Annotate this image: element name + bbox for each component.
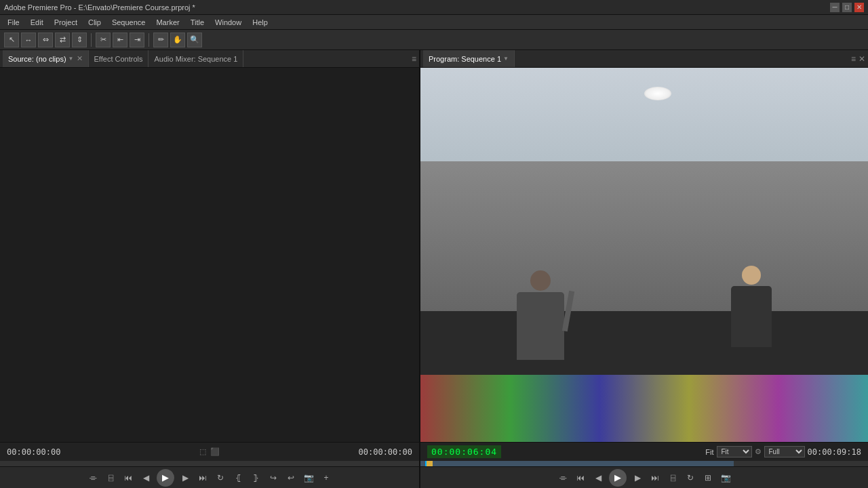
source-go-out[interactable]: ⌸ bbox=[104, 471, 117, 485]
light-fixture bbox=[644, 87, 671, 100]
source-next-edit[interactable]: ⏭ bbox=[196, 471, 210, 485]
toolbar: ↖ ↔ ⇔ ⇄ ⇕ ✂ ⇤ ⇥ ✏ ✋ 🔍 bbox=[0, 30, 868, 50]
source-prev-edit[interactable]: ⏮ bbox=[121, 471, 135, 485]
minimize-button[interactable]: ─ bbox=[830, 3, 840, 12]
source-overwrite[interactable]: ↩ bbox=[284, 471, 298, 485]
prog-prev-edit[interactable]: ⏮ bbox=[574, 471, 587, 485]
menu-file[interactable]: File bbox=[3, 17, 24, 28]
fit-dropdown[interactable]: Fit25%50%100% bbox=[717, 446, 752, 458]
source-timecode-in: 00:00:00:00 bbox=[7, 447, 60, 457]
settings-icon[interactable]: ⚙ bbox=[755, 447, 762, 456]
menu-clip[interactable]: Clip bbox=[83, 17, 106, 28]
source-step-fwd[interactable]: ▶ bbox=[178, 471, 192, 485]
source-dropdown-arrow[interactable]: ▼ bbox=[68, 56, 74, 62]
fg-bags bbox=[420, 375, 868, 442]
tab-source-label: Source: (no clips) bbox=[8, 55, 66, 63]
right-panel: Program: Sequence 1 ▼ ≡ ✕ bbox=[420, 50, 868, 488]
source-timebar: 00:00:00:00 ⬚ ⬛ 00:00:00:00 bbox=[0, 442, 419, 461]
prog-loop[interactable]: ↻ bbox=[684, 471, 697, 485]
tab-program[interactable]: Program: Sequence 1 ▼ bbox=[423, 50, 515, 67]
source-go-in[interactable]: ⌯ bbox=[86, 471, 100, 485]
tab-effect-controls[interactable]: Effect Controls bbox=[89, 50, 149, 67]
source-progress-bar[interactable] bbox=[0, 461, 419, 466]
rate-stretch-tool[interactable]: ⇕ bbox=[72, 33, 87, 47]
maximize-button[interactable]: □ bbox=[842, 3, 852, 12]
program-progress-bar[interactable] bbox=[420, 461, 868, 466]
prog-step-fwd[interactable]: ▶ bbox=[631, 471, 644, 485]
program-dropdown-arrow[interactable]: ▼ bbox=[503, 56, 509, 62]
tab-source-close[interactable]: ✕ bbox=[77, 54, 83, 63]
source-insert[interactable]: ↪ bbox=[267, 471, 280, 485]
rolling-edit-tool[interactable]: ⇄ bbox=[55, 33, 70, 47]
source-extract-icon[interactable]: ⬚ bbox=[199, 447, 206, 456]
prog-next-edit[interactable]: ⏭ bbox=[648, 471, 662, 485]
program-fit-controls: Fit Fit25%50%100% ⚙ FullHalfQuarter 00:0… bbox=[705, 446, 861, 458]
pen-tool[interactable]: ✏ bbox=[153, 33, 168, 47]
hand-tool[interactable]: ✋ bbox=[170, 33, 185, 47]
source-add[interactable]: + bbox=[319, 471, 333, 485]
tab-source[interactable]: Source: (no clips) ▼ ✕ bbox=[3, 50, 89, 67]
toolbar-separator-1 bbox=[91, 33, 92, 47]
p1-head bbox=[530, 270, 551, 291]
source-step-back[interactable]: ◀ bbox=[139, 471, 153, 485]
video-frame bbox=[420, 68, 868, 442]
source-transport-icons: ⬚ ⬛ bbox=[199, 447, 220, 456]
tab-program-label: Program: Sequence 1 bbox=[429, 55, 501, 63]
source-monitor bbox=[0, 68, 419, 442]
slip-tool[interactable]: ⇤ bbox=[113, 33, 127, 47]
close-button[interactable]: ✕ bbox=[854, 3, 864, 12]
tab-effect-controls-label: Effect Controls bbox=[94, 55, 143, 63]
prog-export-frame[interactable]: 📷 bbox=[719, 471, 732, 485]
program-panel-menu[interactable]: ≡ bbox=[851, 54, 856, 64]
source-camera[interactable]: 📷 bbox=[302, 471, 315, 485]
track-select-tool[interactable]: ↔ bbox=[21, 33, 36, 47]
zoom-tool[interactable]: 🔍 bbox=[187, 33, 202, 47]
program-timecode: 00:00:06:04 bbox=[427, 445, 501, 458]
prog-play-button[interactable]: ▶ bbox=[609, 469, 627, 487]
p1-body bbox=[517, 292, 564, 360]
menu-project[interactable]: Project bbox=[50, 17, 82, 28]
main-area: Source: (no clips) ▼ ✕ Effect Controls A… bbox=[0, 50, 868, 488]
menu-edit[interactable]: Edit bbox=[26, 17, 48, 28]
menu-bar: File Edit Project Clip Sequence Marker T… bbox=[0, 15, 868, 30]
program-panel-close[interactable]: ✕ bbox=[859, 54, 865, 64]
menu-sequence[interactable]: Sequence bbox=[107, 17, 151, 28]
program-panel-tabs: Program: Sequence 1 ▼ ≡ ✕ bbox=[420, 50, 868, 68]
prog-safe-margins[interactable]: ⊞ bbox=[701, 471, 715, 485]
toolbar-separator-2 bbox=[149, 33, 149, 47]
left-tab-icons: ≡ bbox=[412, 54, 416, 64]
p2-head bbox=[742, 266, 761, 285]
menu-marker[interactable]: Marker bbox=[151, 17, 184, 28]
menu-window[interactable]: Window bbox=[210, 17, 246, 28]
prog-go-in[interactable]: ⌯ bbox=[556, 471, 570, 485]
program-duration: 00:00:09:18 bbox=[808, 447, 861, 457]
left-panel-menu-icon[interactable]: ≡ bbox=[412, 54, 416, 64]
menu-help[interactable]: Help bbox=[248, 17, 273, 28]
menu-title[interactable]: Title bbox=[186, 17, 209, 28]
fit-label: Fit bbox=[705, 448, 713, 456]
program-timebar: 00:00:06:04 Fit Fit25%50%100% ⚙ FullHalf… bbox=[420, 442, 868, 461]
source-timecode-out: 00:00:00:00 bbox=[359, 447, 412, 457]
program-playhead bbox=[425, 461, 427, 466]
quality-dropdown[interactable]: FullHalfQuarter bbox=[764, 446, 805, 458]
program-work-area bbox=[420, 461, 734, 466]
selection-tool[interactable]: ↖ bbox=[4, 33, 19, 47]
tab-audio-mixer[interactable]: Audio Mixer: Sequence 1 bbox=[149, 50, 243, 67]
razor-tool[interactable]: ✂ bbox=[96, 33, 111, 47]
bg-middle bbox=[420, 161, 868, 311]
title-bar: Adobe Premiere Pro - E:\Envato\Premiere … bbox=[0, 0, 868, 15]
prog-step-back[interactable]: ◀ bbox=[591, 471, 605, 485]
source-play-button[interactable]: ▶ bbox=[157, 469, 174, 487]
window-controls: ─ □ ✕ bbox=[830, 3, 864, 12]
source-mark-out[interactable]: ⦄ bbox=[249, 471, 262, 485]
source-lift-icon[interactable]: ⬛ bbox=[210, 447, 220, 456]
source-mark-in[interactable]: ⦃ bbox=[231, 471, 245, 485]
source-loop[interactable]: ↻ bbox=[214, 471, 227, 485]
p2-body bbox=[731, 286, 772, 347]
program-controls: ⌯ ⏮ ◀ ▶ ▶ ⏭ ⌸ ↻ ⊞ 📷 bbox=[420, 466, 868, 488]
title-text: Adobe Premiere Pro - E:\Envato\Premiere … bbox=[4, 3, 195, 12]
ripple-edit-tool[interactable]: ⇔ bbox=[38, 33, 53, 47]
prog-go-out[interactable]: ⌸ bbox=[666, 471, 679, 485]
slide-tool[interactable]: ⇥ bbox=[130, 33, 144, 47]
left-panel-tabs: Source: (no clips) ▼ ✕ Effect Controls A… bbox=[0, 50, 419, 68]
